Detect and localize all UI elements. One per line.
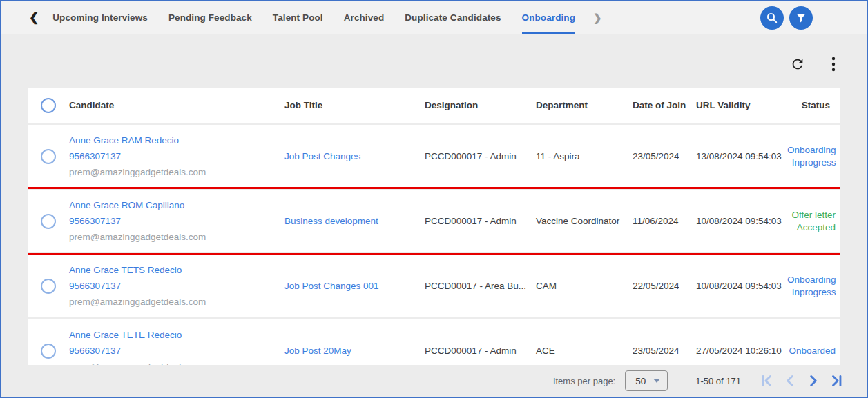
chevron-right-icon: [806, 373, 821, 388]
table-row: Anne Grace ROM Capillano 9566307137 prem…: [28, 190, 840, 252]
header-job-title: Job Title: [284, 100, 425, 111]
first-page-button[interactable]: [759, 373, 774, 388]
status-link[interactable]: Offer letter Accepted: [787, 209, 840, 234]
job-title-link[interactable]: Job Post Changes: [284, 151, 425, 161]
tab-onboarding[interactable]: Onboarding: [522, 1, 576, 34]
row-select-radio[interactable]: [41, 279, 56, 294]
search-icon: [766, 12, 778, 24]
tab-upcoming-interviews[interactable]: Upcoming Interviews: [52, 1, 148, 34]
topbar-actions: [760, 6, 813, 30]
candidate-phone-link[interactable]: 9566307137: [69, 148, 284, 164]
more-options-button[interactable]: [831, 57, 836, 72]
chevron-left-icon: [782, 373, 798, 388]
candidate-name-link[interactable]: Anne Grace TETS Redecio: [69, 262, 284, 278]
job-title-link[interactable]: Business development: [284, 216, 425, 226]
page-range-label: 1-50 of 171: [695, 376, 741, 386]
page-size-select[interactable]: 50: [625, 370, 668, 391]
table-row: Anne Grace TETS Redecio 9566307137 prem@…: [28, 255, 840, 317]
chevron-down-icon: [653, 379, 660, 383]
row-select-radio[interactable]: [41, 214, 56, 229]
header-candidate: Candidate: [69, 100, 284, 111]
last-page-icon: [829, 373, 845, 388]
table-header-row: Candidate Job Title Designation Departme…: [28, 88, 840, 123]
table-row: Anne Grace TETE Redecio 9566307137 prem@…: [28, 319, 840, 365]
candidate-cell: Anne Grace TETE Redecio 9566307137 prem@…: [69, 327, 284, 365]
tab-duplicate-candidates[interactable]: Duplicate Candidates: [405, 1, 501, 34]
next-page-button[interactable]: [806, 373, 821, 388]
refresh-button[interactable]: [790, 57, 805, 72]
date-of-join-cell: 11/06/2024: [628, 216, 691, 226]
candidate-cell: Anne Grace RAM Redecio 9566307137 prem@a…: [69, 132, 284, 180]
candidate-email: prem@amazinggadgetdeals.com: [69, 359, 284, 365]
job-title-link[interactable]: Job Post 20May: [284, 346, 425, 356]
date-of-join-cell: 22/05/2024: [628, 281, 691, 291]
tab-pending-feedback[interactable]: Pending Feedback: [168, 1, 252, 34]
tab-talent-pool[interactable]: Talent Pool: [273, 1, 323, 34]
page-size-value: 50: [635, 376, 646, 386]
refresh-icon: [790, 57, 805, 72]
paginator: Items per page: 50 1-50 of 171: [1, 365, 867, 397]
status-link[interactable]: Onboarded: [787, 345, 840, 357]
header-radio-cell: [28, 98, 69, 113]
table-row: Anne Grace RAM Redecio 9566307137 prem@a…: [28, 125, 840, 188]
designation-cell: PCCD000017 - Admin: [425, 346, 536, 356]
candidate-name-link[interactable]: Anne Grace TETE Redecio: [69, 327, 284, 343]
department-cell: Vaccine Coordinator: [536, 216, 628, 226]
date-of-join-cell: 23/05/2024: [628, 346, 691, 356]
candidate-email: prem@amazinggadgetdeals.com: [69, 229, 284, 245]
filter-icon: [795, 12, 807, 23]
tab-bar: ❮ Upcoming Interviews Pending Feedback T…: [1, 1, 867, 34]
url-validity-cell: 10/08/2024 09:54:03: [691, 281, 787, 291]
candidate-cell: Anne Grace ROM Capillano 9566307137 prem…: [69, 197, 284, 245]
candidate-email: prem@amazinggadgetdeals.com: [69, 164, 284, 180]
url-validity-cell: 10/08/2024 09:54:03: [691, 216, 787, 226]
candidates-table: Candidate Job Title Designation Departme…: [28, 88, 840, 365]
list-actions: [1, 55, 836, 73]
candidate-name-link[interactable]: Anne Grace ROM Capillano: [69, 197, 284, 213]
status-link[interactable]: Onboarding Inprogress: [787, 274, 840, 299]
status-link[interactable]: Onboarding Inprogress: [787, 144, 840, 169]
header-date-of-join: Date of Join: [628, 100, 691, 111]
search-button[interactable]: [760, 6, 784, 30]
filter-button[interactable]: [789, 6, 813, 30]
url-validity-cell: 13/08/2024 09:54:03: [691, 151, 787, 161]
date-of-join-cell: 23/05/2024: [628, 151, 691, 161]
designation-cell: PCCD000017 - Admin: [425, 216, 536, 226]
designation-cell: PCCD000017 - Admin: [425, 151, 536, 161]
select-all-radio[interactable]: [41, 98, 56, 113]
row-select-radio[interactable]: [41, 149, 56, 164]
previous-page-button[interactable]: [782, 373, 798, 388]
first-page-icon: [759, 373, 774, 388]
tabs-scroll-left-icon[interactable]: ❮: [29, 12, 39, 23]
tabs-scroll-right-icon[interactable]: ❯: [593, 12, 602, 24]
items-per-page-label: Items per page:: [553, 376, 615, 386]
candidate-phone-link[interactable]: 9566307137: [69, 213, 284, 229]
candidate-cell: Anne Grace TETS Redecio 9566307137 prem@…: [69, 262, 284, 310]
department-cell: CAM: [536, 281, 628, 291]
candidate-name-link[interactable]: Anne Grace RAM Redecio: [69, 132, 284, 148]
department-cell: 11 - Aspira: [536, 151, 628, 161]
kebab-menu-icon: [831, 57, 836, 72]
tab-archived[interactable]: Archived: [344, 1, 385, 34]
department-cell: ACE: [536, 346, 628, 356]
tab-strip: Upcoming Interviews Pending Feedback Tal…: [52, 1, 575, 34]
designation-cell: PCCD00017 - Area Bu...: [425, 281, 536, 291]
candidates-window: ❮ Upcoming Interviews Pending Feedback T…: [0, 0, 868, 398]
header-designation: Designation: [425, 100, 536, 111]
url-validity-cell: 27/05/2024 10:26:10: [691, 346, 787, 356]
row-select-radio[interactable]: [41, 344, 56, 359]
candidate-phone-link[interactable]: 9566307137: [69, 278, 284, 294]
last-page-button[interactable]: [829, 373, 845, 388]
header-department: Department: [536, 100, 628, 111]
job-title-link[interactable]: Job Post Changes 001: [284, 281, 425, 291]
paginator-nav: [759, 373, 845, 388]
header-url-validity: URL Validity: [691, 100, 787, 111]
candidate-phone-link[interactable]: 9566307137: [69, 343, 284, 359]
header-status: Status: [787, 100, 840, 111]
candidate-email: prem@amazinggadgetdeals.com: [69, 294, 284, 310]
